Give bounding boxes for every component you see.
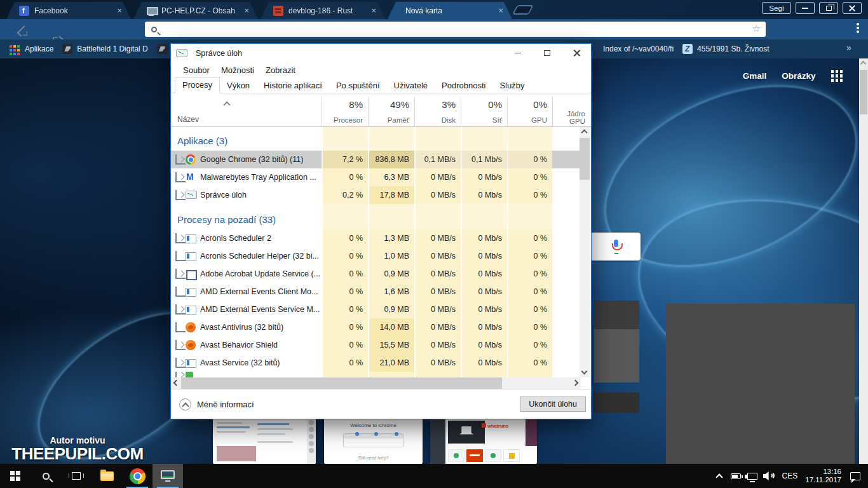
gmail-link[interactable]: Gmail [743, 71, 767, 81]
column-header-procesor[interactable]: 8%Procesor [322, 97, 368, 126]
action-center-icon[interactable] [850, 472, 860, 480]
tab-close-icon[interactable]: × [243, 6, 250, 15]
expand-chevron-icon[interactable] [175, 269, 186, 279]
menu-zobrazit[interactable]: Zobrazit [260, 65, 301, 75]
bookmarks-overflow-chevron[interactable]: » [846, 43, 851, 53]
scroll-left-icon[interactable] [173, 380, 180, 386]
bookmark-455-1991-sb-zivnost[interactable]: 455/1991 Sb. Živnost [682, 44, 769, 54]
tm-minimize-button[interactable] [503, 44, 532, 62]
process-row-google-chrome-32-bitu-11[interactable]: Google Chrome (32 bitů) (11)7,2 %836,8 M… [171, 151, 581, 168]
process-row-adobe-acrobat-update-service[interactable]: Adobe Acrobat Update Service (...0 %0,9 … [171, 265, 581, 283]
close-button[interactable] [843, 2, 862, 14]
shortcut-tile[interactable] [594, 393, 639, 413]
shortcut-tile[interactable] [594, 329, 639, 383]
process-row-amd-external-events-service-m[interactable]: AMD External Events Service M...0 %0,9 M… [171, 301, 581, 318]
shortcut-tile[interactable] [594, 301, 639, 329]
tab-vykon[interactable]: Výkon [220, 78, 257, 93]
back-button[interactable] [17, 25, 29, 37]
column-header-sit[interactable]: 0%Síť [461, 97, 507, 126]
taskbar-clock[interactable]: 13:16 17.11.2017 [803, 468, 846, 485]
bookmark-left-3[interactable] [157, 44, 167, 54]
thumbnail-whatruns[interactable]: whatruns [430, 418, 537, 464]
expand-chevron-icon[interactable] [175, 172, 186, 182]
scrollbar-thumb[interactable] [580, 138, 590, 180]
process-row-spravce-uloh[interactable]: Správce úloh0,2 %17,8 MB0 MB/s0 Mb/s0 % [171, 186, 581, 204]
scrollbar-thumb[interactable] [860, 70, 867, 114]
network-status[interactable] [744, 464, 761, 488]
process-row-avast-behavior-shield[interactable]: Avast Behavior Shield0 %15,5 MB0 MB/s0 M… [171, 336, 581, 354]
hidden-icons-button[interactable] [711, 464, 728, 488]
images-link[interactable]: Obrázky [782, 71, 815, 81]
tab-po-spusteni[interactable]: Po spuštění [329, 78, 387, 93]
scroll-up-icon[interactable] [860, 61, 867, 67]
tab-podrobnosti[interactable]: Podrobnosti [435, 78, 492, 93]
bookmark-aplikace[interactable]: Aplikace [9, 44, 53, 53]
process-row-acronis-scheduler-2[interactable]: Acronis Scheduler 20 %1,3 MB0 MB/s0 Mb/s… [171, 229, 581, 247]
less-info-label[interactable]: Méně informací [197, 400, 254, 409]
process-row-avast-service-32-bitu[interactable]: Avast Service (32 bitů)0 %21,0 MB0 MB/s0… [171, 354, 581, 372]
horizontal-scrollbar[interactable] [171, 377, 581, 389]
expand-chevron-icon[interactable] [175, 233, 186, 243]
address-bar[interactable]: ☆ [145, 22, 766, 37]
menu-moznosti[interactable]: Možnosti [215, 65, 260, 75]
tm-maximize-button[interactable] [532, 44, 562, 62]
taskbar-search-button[interactable] [31, 464, 61, 488]
expand-chevron-icon[interactable] [175, 154, 186, 165]
expand-chevron-icon[interactable] [175, 358, 186, 368]
task-manager-titlebar[interactable]: Správce úloh [171, 44, 591, 63]
tab-close-icon[interactable]: × [370, 6, 377, 15]
column-header-jadro-gpu[interactable]: Jádro GPU [552, 97, 590, 126]
expand-chevron-icon[interactable] [175, 304, 186, 315]
bookmark-index-of-vav0040-fi[interactable]: Index of /~vav0040/fi [603, 44, 674, 53]
restore-button[interactable] [819, 2, 838, 14]
task-view-button[interactable] [61, 464, 92, 488]
group-header-procesy-na-pozadi-33[interactable]: Procesy na pozadí (33) [171, 204, 581, 229]
tm-close-button[interactable] [562, 44, 591, 62]
file-explorer-button[interactable] [92, 464, 122, 488]
taskbar-task-manager-button[interactable] [153, 464, 183, 488]
scroll-right-icon[interactable] [573, 380, 579, 386]
new-tab-button[interactable] [512, 5, 534, 15]
scroll-down-icon[interactable] [581, 369, 588, 375]
bookmark-battlefield-1-digital-d[interactable]: Battlefield 1 Digital D [62, 44, 147, 54]
tab-procesy[interactable]: Procesy [175, 77, 220, 93]
google-apps-grid-icon[interactable] [831, 70, 834, 73]
scroll-up-icon[interactable] [581, 130, 588, 136]
process-row-amd-external-events-client-mo[interactable]: AMD External Events Client Mo...0 %1,6 M… [171, 283, 581, 301]
mic-icon[interactable] [611, 240, 620, 254]
browser-tab-nova-karta[interactable]: Nová karta× [388, 2, 512, 19]
menu-soubor[interactable]: Soubor [177, 65, 215, 75]
browser-tab-pc-help-cz-obsah[interactable]: PC-HELP.CZ - Obsah× [133, 2, 258, 19]
tab-uzivatele[interactable]: Uživatelé [387, 78, 435, 93]
expand-chevron-icon[interactable] [175, 190, 186, 200]
browser-menu-icon[interactable] [857, 23, 859, 33]
expand-chevron-icon[interactable] [175, 340, 186, 350]
less-info-chevron-icon[interactable] [179, 398, 191, 410]
bookmark-star-icon[interactable]: ☆ [752, 23, 761, 34]
tab-historie-aplikaci[interactable]: Historie aplikací [257, 78, 329, 93]
minimize-button[interactable] [796, 2, 815, 14]
vertical-scrollbar[interactable] [580, 126, 590, 377]
battery-status[interactable] [728, 464, 744, 488]
language-indicator[interactable]: CES [777, 471, 803, 480]
column-header-nazev[interactable]: Název [171, 97, 322, 126]
scrollbar-thumb[interactable] [181, 377, 502, 389]
column-header-gpu[interactable]: 0%GPU [507, 97, 552, 126]
column-header-pamet[interactable]: 49%Paměť [368, 97, 414, 126]
process-row-malwarebytes-tray-application[interactable]: Malwarebytes Tray Application ...0 %6,3 … [171, 168, 581, 186]
taskbar-chrome-button[interactable] [122, 464, 153, 488]
process-row-acronis-scheduler-helper-32-bi[interactable]: Acronis Scheduler Helper (32 bi...0 %1,0… [171, 247, 581, 265]
profile-button[interactable]: Segí [762, 2, 791, 14]
browser-tab-facebook[interactable]: Facebook× [6, 2, 131, 19]
volume-status[interactable] [761, 464, 777, 488]
column-header-disk[interactable]: 3%Disk [414, 97, 461, 126]
start-button[interactable] [0, 464, 31, 488]
process-row-avast-antivirus-32-bitu[interactable]: Avast Antivirus (32 bitů)0 %14,0 MB0 MB/… [171, 318, 581, 336]
thumbnail-facebook[interactable] [213, 418, 316, 464]
google-search-box[interactable] [591, 233, 641, 261]
page-scrollbar[interactable] [859, 58, 868, 464]
thumbnail-welcome-chrome[interactable]: Welcome to Chrome Still need help? [324, 418, 423, 464]
tab-close-icon[interactable]: × [116, 6, 123, 15]
browser-tab-devblog-186-rust[interactable]: devblog-186 - Rust× [261, 2, 385, 19]
tab-sluzby[interactable]: Služby [492, 78, 531, 93]
